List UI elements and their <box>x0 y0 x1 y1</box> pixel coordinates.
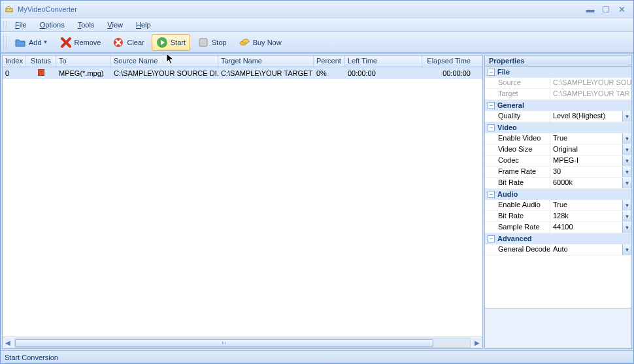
window-controls: ▬ ☐ ✕ <box>585 5 629 14</box>
properties-title: Properties <box>484 55 632 67</box>
chevron-down-icon[interactable]: ▼ <box>622 144 631 155</box>
clear-icon <box>112 37 124 48</box>
col-elapsed[interactable]: Elapsed Time <box>422 56 473 67</box>
chevron-down-icon[interactable]: ▼ <box>622 111 631 122</box>
chevron-down-icon[interactable]: ▼ <box>622 133 631 144</box>
properties-grid: −File SourceC:\SAMPLE\YOUR SOU TargetC:\… <box>484 67 632 308</box>
coins-icon <box>239 37 250 48</box>
col-to[interactable]: To <box>56 56 111 67</box>
scroll-left-icon[interactable]: ◀ <box>3 338 13 348</box>
statusbar: Start Conversion <box>1 350 633 363</box>
prop-source[interactable]: SourceC:\SAMPLE\YOUR SOU <box>485 78 631 89</box>
cell-status <box>26 69 56 78</box>
menu-view[interactable]: View <box>102 19 128 31</box>
scroll-thumb[interactable] <box>15 339 433 347</box>
app-icon <box>5 5 14 14</box>
prop-audio-bitrate[interactable]: Bit Rate128k▼ <box>485 211 631 222</box>
cell-source: C:\SAMPLE\YOUR SOURCE DI... <box>111 69 218 78</box>
cell-target: C:\SAMPLE\YOUR TARGET ... <box>218 69 314 78</box>
horizontal-scrollbar[interactable]: ◀ ▶ <box>3 337 482 348</box>
svg-point-5 <box>242 39 249 43</box>
clear-label: Clear <box>127 39 144 46</box>
menu-options[interactable]: Options <box>35 19 70 31</box>
scroll-track[interactable] <box>14 339 471 348</box>
chevron-down-icon[interactable]: ▼ <box>622 167 631 177</box>
stop-button[interactable]: Stop <box>193 34 231 51</box>
prop-video-size[interactable]: Video SizeOriginal▼ <box>485 144 631 156</box>
cell-to: MPEG(*.mpg) <box>56 69 111 78</box>
window-title: MyVideoConverter <box>18 5 585 13</box>
collapse-icon[interactable]: − <box>488 235 495 242</box>
toolbar: Add ▼ Remove Clear Start Stop Buy Now <box>1 32 633 53</box>
add-button[interactable]: Add ▼ <box>10 34 53 51</box>
table-row[interactable]: 0 MPEG(*.mpg) C:\SAMPLE\YOUR SOURCE DI..… <box>3 67 482 79</box>
prop-sample-rate[interactable]: Sample Rate44100▼ <box>485 222 631 233</box>
properties-description <box>484 308 632 349</box>
buynow-button[interactable]: Buy Now <box>234 34 286 51</box>
col-percent[interactable]: Percent <box>314 56 345 67</box>
close-button[interactable]: ✕ <box>616 5 627 14</box>
svg-rect-3 <box>199 39 207 46</box>
menu-tools[interactable]: Tools <box>73 19 100 31</box>
chevron-down-icon[interactable]: ▼ <box>622 200 631 210</box>
cell-percent: 0% <box>314 69 345 78</box>
chevron-down-icon[interactable]: ▼ <box>43 39 48 45</box>
properties-pane: Properties −File SourceC:\SAMPLE\YOUR SO… <box>484 55 632 349</box>
cell-index: 0 <box>3 69 26 78</box>
minimize-button[interactable]: ▬ <box>585 5 595 14</box>
stop-icon <box>197 37 209 48</box>
cell-left: 00:00:00 <box>345 69 422 78</box>
col-index[interactable]: Index <box>3 56 26 67</box>
chevron-down-icon[interactable]: ▼ <box>622 211 631 222</box>
section-video[interactable]: −Video <box>485 122 631 133</box>
collapse-icon[interactable]: − <box>488 102 495 109</box>
prop-quality[interactable]: QualityLevel 8(Highest)▼ <box>485 111 631 122</box>
prop-target[interactable]: TargetC:\SAMPLE\YOUR TAR <box>485 89 631 100</box>
col-left[interactable]: Left Time <box>345 56 422 67</box>
app-window: MyVideoConverter ▬ ☐ ✕ File Options Tool… <box>0 0 634 364</box>
remove-label: Remove <box>75 39 101 46</box>
content-area: Index Status To Source Name Target Name … <box>1 53 633 350</box>
folder-open-icon <box>14 37 26 48</box>
chevron-down-icon[interactable]: ▼ <box>622 244 631 255</box>
play-icon <box>156 37 168 48</box>
col-source[interactable]: Source Name <box>111 56 218 67</box>
collapse-icon[interactable]: − <box>488 191 495 198</box>
section-file[interactable]: −File <box>485 67 631 78</box>
collapse-icon[interactable]: − <box>488 124 495 131</box>
grid-header: Index Status To Source Name Target Name … <box>3 56 482 67</box>
stop-label: Stop <box>212 39 227 46</box>
section-general[interactable]: −General <box>485 100 631 111</box>
add-label: Add <box>29 39 42 46</box>
chevron-down-icon[interactable]: ▼ <box>622 222 631 233</box>
prop-enable-audio[interactable]: Enable AudioTrue▼ <box>485 200 631 211</box>
file-list-pane: Index Status To Source Name Target Name … <box>2 55 483 349</box>
remove-button[interactable]: Remove <box>56 34 106 51</box>
section-advanced[interactable]: −Advanced <box>485 233 631 244</box>
chevron-down-icon[interactable]: ▼ <box>622 178 631 188</box>
maximize-button[interactable]: ☐ <box>601 5 611 14</box>
cell-elapsed: 00:00:00 <box>422 69 473 78</box>
titlebar: MyVideoConverter ▬ ☐ ✕ <box>1 1 633 18</box>
prop-video-bitrate[interactable]: Bit Rate6000k▼ <box>485 178 631 189</box>
buynow-label: Buy Now <box>253 39 282 46</box>
prop-enable-video[interactable]: Enable VideoTrue▼ <box>485 133 631 144</box>
chevron-down-icon[interactable]: ▼ <box>622 156 631 166</box>
prop-general-decoder[interactable]: General DecoderAuto▼ <box>485 244 631 256</box>
col-target[interactable]: Target Name <box>218 56 314 67</box>
start-button[interactable]: Start <box>152 34 190 51</box>
status-text: Start Conversion <box>5 354 58 361</box>
menu-help[interactable]: Help <box>131 19 156 31</box>
menubar: File Options Tools View Help <box>1 18 633 32</box>
prop-codec[interactable]: CodecMPEG-I▼ <box>485 156 631 167</box>
scroll-right-icon[interactable]: ▶ <box>472 338 482 348</box>
clear-button[interactable]: Clear <box>108 34 148 51</box>
start-label: Start <box>171 39 186 46</box>
grid-body[interactable]: 0 MPEG(*.mpg) C:\SAMPLE\YOUR SOURCE DI..… <box>3 67 482 337</box>
status-stopped-icon <box>38 69 44 76</box>
collapse-icon[interactable]: − <box>488 69 495 76</box>
section-audio[interactable]: −Audio <box>485 189 631 200</box>
prop-frame-rate[interactable]: Frame Rate30▼ <box>485 167 631 178</box>
menu-file[interactable]: File <box>10 19 32 31</box>
col-status[interactable]: Status <box>26 56 56 67</box>
